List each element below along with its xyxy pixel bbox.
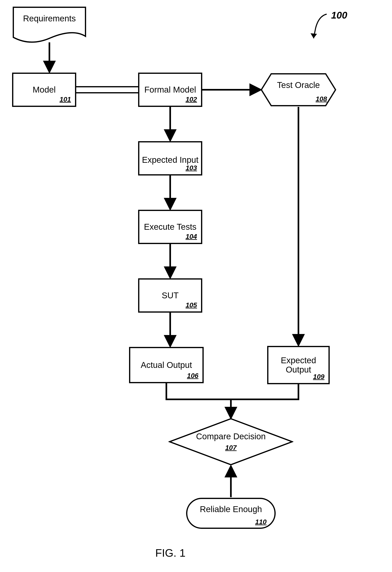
actual-output-label: Actual Output (139, 360, 194, 370)
formal-model-label: Formal Model (142, 84, 198, 95)
test-oracle-label: Test Oracle (260, 73, 337, 90)
expected-output-label-2: Output (284, 365, 313, 375)
model-ref: 101 (60, 95, 71, 103)
sut-ref: 105 (186, 301, 197, 309)
actual-output-ref: 106 (187, 372, 198, 380)
node-sut: SUT 105 (138, 278, 202, 313)
requirements-label: Requirements (12, 6, 87, 23)
node-expected-input: Expected Input 103 (138, 141, 202, 175)
compare-decision-label: Compare Decision (168, 432, 293, 441)
node-test-oracle: Test Oracle 108 (260, 73, 337, 107)
expected-output-label-1: Expected (279, 355, 318, 366)
figure-caption: FIG. 1 (155, 547, 186, 559)
expected-input-label: Expected Input (140, 151, 201, 165)
reliable-enough-label: Reliable Enough (186, 504, 276, 514)
test-oracle-ref: 108 (315, 95, 327, 103)
node-actual-output: Actual Output 106 (129, 347, 204, 383)
sut-label: SUT (160, 290, 181, 301)
node-execute-tests: Execute Tests 104 (138, 210, 202, 244)
execute-tests-ref: 104 (186, 233, 197, 240)
node-expected-output: Expected Output 109 (267, 346, 330, 384)
figure-reference-100: 100 (331, 10, 347, 21)
svg-marker-2 (170, 419, 292, 465)
node-requirements: Requirements (12, 6, 87, 46)
model-label: Model (31, 84, 58, 95)
svg-marker-0 (311, 33, 317, 38)
compare-decision-ref: 107 (168, 444, 293, 452)
diagram-canvas: 100 Requirements Model 101 Formal Model … (0, 0, 392, 572)
reliable-enough-ref: 110 (255, 518, 267, 526)
expected-input-ref: 103 (186, 164, 197, 172)
formal-model-ref: 102 (186, 95, 197, 103)
execute-tests-label: Execute Tests (142, 222, 199, 232)
expected-output-ref: 109 (313, 373, 324, 381)
node-formal-model: Formal Model 102 (138, 73, 202, 107)
node-model: Model 101 (12, 73, 76, 107)
node-compare-decision: Compare Decision 107 (168, 417, 293, 466)
node-reliable-enough: Reliable Enough 110 (186, 497, 276, 529)
